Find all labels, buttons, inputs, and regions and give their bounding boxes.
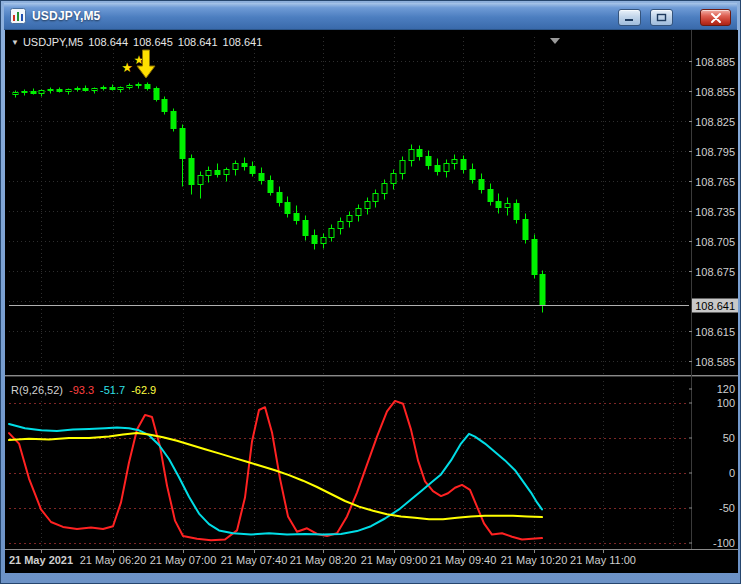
open-value: 108.644: [88, 36, 128, 48]
candle-body: [92, 89, 97, 91]
chevron-down-icon[interactable]: ▼: [11, 38, 19, 47]
indicator-axis[interactable]: 120100500-50-100: [689, 383, 735, 549]
indicator-header: R(9,26,52)-93.3-51.7-62.9: [11, 384, 162, 396]
low-value: 108.641: [178, 36, 218, 48]
candle-body: [127, 86, 132, 88]
candle-body: [391, 174, 396, 184]
close-button[interactable]: [700, 9, 731, 26]
candle-body: [118, 88, 123, 90]
price-axis-label: 108.735: [695, 206, 735, 218]
candle-body: [66, 90, 71, 92]
candle-body: [523, 220, 528, 240]
indicator-axis-label: 100: [717, 397, 735, 409]
symbol-period-label: USDJPY,M5: [23, 36, 83, 48]
candle-body: [162, 100, 167, 112]
time-axis-label: 21 May 06:20: [80, 554, 147, 566]
candle-body: [488, 190, 493, 202]
indicator-axis-label: 50: [723, 432, 735, 444]
candle-body: [110, 88, 115, 90]
candle-body: [409, 150, 414, 161]
indicator-name-label: R(9,26,52): [11, 384, 63, 396]
candle-body: [198, 176, 203, 185]
candle-body: [417, 150, 422, 157]
candle-body: [505, 204, 510, 208]
candle-body: [479, 180, 484, 190]
price-axis-label: 108.855: [695, 86, 735, 98]
chart-ohlc-header: ▼USDJPY,M5108.644108.645108.641108.641: [11, 36, 267, 48]
candle-body: [268, 181, 273, 193]
candle-body: [435, 166, 440, 172]
time-axis-label: 21 May 2021: [9, 554, 73, 566]
indicator-slow-line: [9, 433, 542, 519]
candle-body: [329, 229, 334, 238]
bid-price-label: 108.641: [695, 300, 735, 312]
candle-body: [382, 184, 387, 194]
price-axis[interactable]: 108.885108.855108.825108.795108.765108.7…: [689, 56, 738, 368]
candle-body: [180, 129, 185, 159]
indicator-axis-label: -50: [719, 502, 735, 514]
time-axis-label: 21 May 11:00: [570, 554, 636, 566]
indicator-axis-label: 120: [717, 383, 735, 395]
sell-signal: ★★: [121, 50, 155, 78]
time-axis-label: 21 May 09:00: [361, 554, 428, 566]
candle-body: [496, 202, 501, 208]
high-value: 108.645: [133, 36, 173, 48]
titlebar[interactable]: USDJPY,M5: [4, 3, 737, 30]
candle-body: [224, 170, 229, 175]
candle-body: [189, 159, 194, 185]
indicator-lines: [9, 401, 542, 540]
minimize-button[interactable]: [618, 9, 641, 26]
candle-body: [303, 221, 308, 236]
indicator-axis-label: -100: [713, 537, 735, 549]
candle-body: [171, 112, 176, 129]
candlestick-plot: [13, 83, 545, 313]
time-axis-label: 21 May 07:40: [221, 554, 288, 566]
time-axis-label: 21 May 10:20: [501, 554, 568, 566]
indicator-value-2: -51.7: [100, 384, 125, 396]
close-icon: [711, 13, 721, 23]
indicator-level-lines: [9, 404, 689, 544]
star-icon: ★: [121, 60, 133, 75]
candle-body: [540, 275, 545, 306]
mt4-chart-window: USDJPY,M5 ★★108.885108.855108.825108.795…: [0, 0, 741, 584]
candle-body: [338, 222, 343, 229]
candle-body: [75, 89, 80, 90]
candle-body: [206, 171, 211, 176]
candle-body: [39, 91, 44, 94]
candle-body: [31, 92, 36, 94]
candle-body: [215, 171, 220, 175]
candle-body: [154, 89, 159, 100]
price-axis-label: 108.885: [695, 56, 735, 68]
candle-body: [233, 164, 238, 170]
maximize-button[interactable]: [650, 9, 673, 26]
candle-body: [101, 88, 106, 89]
candle-body: [13, 93, 18, 95]
candle-body: [400, 161, 405, 174]
candle-body: [277, 193, 282, 203]
time-axis-label: 21 May 07:00: [150, 554, 217, 566]
time-gridlines: [42, 37, 674, 549]
candle-body: [48, 90, 53, 91]
indicator-axis-label: 0: [729, 467, 735, 479]
candle-body: [83, 89, 88, 91]
minimize-icon: [624, 13, 635, 22]
candle-body: [365, 202, 370, 209]
candle-body: [452, 160, 457, 164]
candle-body: [22, 92, 27, 93]
price-axis-label: 108.825: [695, 116, 735, 128]
candle-body: [294, 214, 299, 221]
indicator-value-1: -93.3: [69, 384, 94, 396]
time-axis-label: 21 May 08:20: [290, 554, 357, 566]
price-axis-label: 108.705: [695, 236, 735, 248]
candle-body: [285, 203, 290, 214]
candle-body: [57, 90, 62, 92]
indicator-value-3: -62.9: [131, 384, 156, 396]
time-axis[interactable]: 21 May 202121 May 06:2021 May 07:0021 Ma…: [9, 550, 636, 566]
chart-shift-marker-icon[interactable]: [550, 38, 560, 44]
chart-canvas[interactable]: ★★108.885108.855108.825108.795108.765108…: [5, 30, 738, 573]
candle-body: [136, 85, 141, 86]
price-axis-label: 108.795: [695, 146, 735, 158]
candle-body: [347, 216, 352, 222]
chart-client-area[interactable]: ★★108.885108.855108.825108.795108.765108…: [5, 30, 738, 573]
candle-body: [145, 85, 150, 89]
